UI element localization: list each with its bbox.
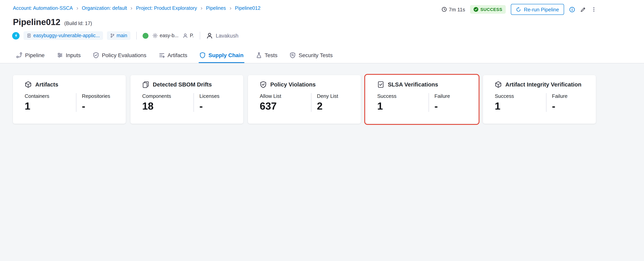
metric-value: 1 bbox=[25, 101, 76, 111]
metric-value: - bbox=[434, 101, 450, 111]
metric-label: Success bbox=[495, 93, 546, 99]
duration-text: 7m 11s bbox=[449, 6, 465, 12]
status-badge: SUCCESS bbox=[470, 5, 506, 14]
build-id: (Build Id: 17) bbox=[64, 21, 92, 26]
metric-value: 1 bbox=[495, 101, 546, 111]
supply-chain-content: Artifacts Containers1 Repositories- Dete… bbox=[0, 63, 644, 130]
execution-duration: 7m 11s bbox=[441, 6, 465, 12]
artifacts-card: Artifacts Containers1 Repositories- bbox=[13, 75, 126, 124]
pipeline-icon bbox=[16, 52, 22, 58]
tab-pipeline[interactable]: Pipeline bbox=[15, 47, 46, 63]
tab-bar: Pipeline Inputs Policy Evaluations Artif… bbox=[15, 47, 333, 63]
metric-label: Failure bbox=[434, 93, 450, 99]
tab-tests[interactable]: Tests bbox=[255, 47, 278, 63]
tab-policy-evaluations[interactable]: Policy Evaluations bbox=[92, 47, 147, 63]
metric-label: Failure bbox=[552, 93, 568, 99]
metric-value: 1 bbox=[377, 101, 428, 111]
chevron-right-icon bbox=[130, 6, 133, 10]
tab-security-tests[interactable]: Security Tests bbox=[289, 47, 334, 63]
breadcrumb-link-project[interactable]: Project: Product Exploratory bbox=[136, 5, 197, 11]
package-icon bbox=[495, 81, 502, 88]
metric-label: Containers bbox=[25, 93, 76, 99]
shield-icon bbox=[200, 52, 206, 58]
breadcrumb-link-pipelines[interactable]: Pipelines bbox=[206, 5, 226, 11]
divider bbox=[200, 32, 200, 39]
metric-value: 2 bbox=[317, 101, 338, 111]
metric-value: - bbox=[82, 101, 110, 111]
breadcrumb: Account: Automation-SSCA Organization: d… bbox=[13, 5, 260, 11]
metric-label: Licenses bbox=[200, 93, 220, 99]
slsa-verifications-card: SLSA Verifications Success1 Failure- bbox=[366, 75, 478, 124]
header-actions: 7m 11s SUCCESS Re-run Pipeline bbox=[441, 4, 596, 15]
shield-scan-icon bbox=[290, 52, 296, 58]
delegate-icon bbox=[182, 33, 188, 38]
policy-violations-card: Policy Violations Allow List637 Deny Lis… bbox=[248, 75, 361, 124]
registry-status-icon bbox=[142, 33, 148, 38]
page: Account: Automation-SSCA Organization: d… bbox=[0, 0, 644, 130]
metric-value: - bbox=[552, 101, 568, 111]
sbom-drifts-card: Detected SBOM Drifts Components18 Licens… bbox=[130, 75, 243, 124]
package-icon bbox=[25, 81, 32, 88]
kebab-menu-icon[interactable] bbox=[591, 7, 596, 12]
gear-icon bbox=[152, 33, 158, 38]
avatar bbox=[206, 32, 213, 39]
execution-meta-row: easybuggy-vulnerable-applic... main easy… bbox=[12, 31, 238, 40]
flask-icon bbox=[256, 52, 262, 58]
page-title: Pipeline012 bbox=[13, 17, 60, 27]
git-branch-icon bbox=[110, 33, 114, 38]
repository-icon bbox=[27, 33, 31, 38]
check-circle-icon bbox=[474, 7, 478, 12]
metric-label: Allow List bbox=[260, 93, 311, 99]
metric-value: 637 bbox=[260, 101, 311, 111]
metric-value: - bbox=[200, 101, 220, 111]
chevron-right-icon bbox=[228, 6, 232, 10]
chevron-right-icon bbox=[76, 6, 79, 10]
app-header: Account: Automation-SSCA Organization: d… bbox=[0, 0, 644, 63]
metric-label: Success bbox=[377, 93, 428, 99]
breadcrumb-link-org[interactable]: Organization: default bbox=[82, 5, 127, 11]
breadcrumb-link-pipeline[interactable]: Pipeline012 bbox=[235, 5, 260, 11]
delegate-item[interactable]: P. bbox=[182, 33, 194, 38]
trigger-icon bbox=[12, 32, 20, 39]
metric-label: Components bbox=[142, 93, 194, 99]
metric-label: Deny List bbox=[317, 93, 338, 99]
service-item[interactable]: easy-b... bbox=[152, 33, 178, 38]
chevron-right-icon bbox=[200, 6, 203, 10]
refresh-icon bbox=[516, 7, 521, 12]
repo-chip[interactable]: easybuggy-vulnerable-applic... bbox=[24, 31, 103, 40]
artifact-integrity-card: Artifact Integrity Verification Success1… bbox=[483, 75, 596, 124]
tab-inputs[interactable]: Inputs bbox=[56, 47, 82, 63]
status-text: SUCCESS bbox=[480, 7, 502, 12]
tab-artifacts[interactable]: Artifacts bbox=[158, 47, 188, 63]
title-row: Pipeline012 (Build Id: 17) bbox=[13, 17, 92, 27]
file-check-icon bbox=[377, 81, 384, 88]
branch-chip[interactable]: main bbox=[107, 31, 130, 40]
list-plus-icon bbox=[158, 52, 165, 58]
shield-check-icon bbox=[260, 81, 267, 88]
breadcrumb-link-account[interactable]: Account: Automation-SSCA bbox=[13, 5, 73, 11]
tab-supply-chain[interactable]: Supply Chain bbox=[198, 47, 244, 63]
rerun-pipeline-button[interactable]: Re-run Pipeline bbox=[511, 4, 564, 15]
copy-docs-icon bbox=[142, 81, 149, 88]
triggered-by-user: Lavakush bbox=[206, 32, 238, 39]
metric-value: 18 bbox=[142, 101, 194, 111]
info-icon[interactable] bbox=[569, 6, 575, 12]
metric-label: Repositories bbox=[82, 93, 110, 99]
clock-icon bbox=[441, 7, 447, 12]
edit-pencil-icon[interactable] bbox=[580, 6, 586, 12]
divider bbox=[136, 32, 136, 39]
shield-check-icon bbox=[93, 52, 99, 58]
sliders-icon bbox=[57, 52, 63, 58]
summary-cards: Artifacts Containers1 Repositories- Dete… bbox=[13, 75, 596, 124]
